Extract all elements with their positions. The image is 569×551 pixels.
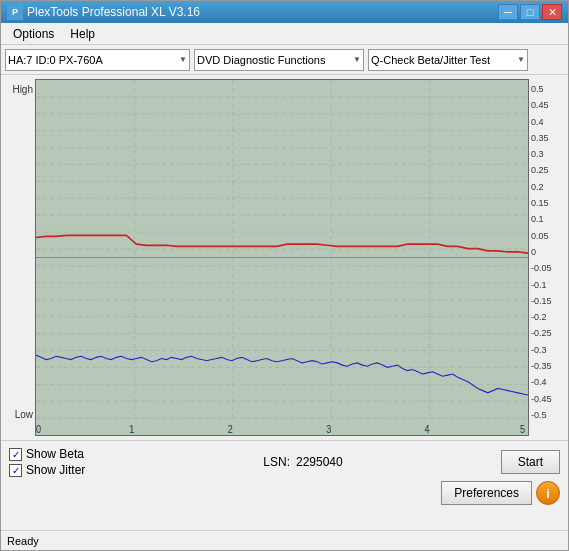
status-text: Ready <box>7 535 39 547</box>
y-axis-left: High Low <box>5 79 35 436</box>
show-jitter-checkbox[interactable]: ✓ <box>9 464 22 477</box>
info-button[interactable]: i <box>536 481 560 505</box>
svg-text:5: 5 <box>520 423 525 435</box>
maximize-button[interactable]: □ <box>520 4 540 20</box>
show-jitter-label: Show Jitter <box>26 463 85 477</box>
close-button[interactable]: ✕ <box>542 4 562 20</box>
function-dropdown[interactable]: DVD Diagnostic Functions ▼ <box>194 49 364 71</box>
function-dropdown-arrow: ▼ <box>353 55 361 64</box>
preferences-button[interactable]: Preferences <box>441 481 532 505</box>
y-label-low: Low <box>5 409 33 420</box>
device-dropdown[interactable]: HA:7 ID:0 PX-760A ▼ <box>5 49 190 71</box>
show-beta-checkbox[interactable]: ✓ <box>9 448 22 461</box>
title-controls: ─ □ ✕ <box>498 4 562 20</box>
show-beta-row: ✓ Show Beta <box>9 447 85 461</box>
chart-area: High Low <box>1 75 568 440</box>
bottom-panel: ✓ Show Beta ✓ Show Jitter LSN: 2295040 S… <box>1 440 568 530</box>
lsn-value: 2295040 <box>296 455 343 469</box>
controls-row: ✓ Show Beta ✓ Show Jitter LSN: 2295040 S… <box>9 447 560 477</box>
svg-text:3: 3 <box>326 423 331 435</box>
app-icon: P <box>7 4 23 20</box>
window-title: PlexTools Professional XL V3.16 <box>27 5 498 19</box>
svg-text:0: 0 <box>36 423 41 435</box>
title-bar: P PlexTools Professional XL V3.16 ─ □ ✕ <box>1 1 568 23</box>
svg-text:1: 1 <box>129 423 134 435</box>
test-dropdown-arrow: ▼ <box>517 55 525 64</box>
status-bar: Ready <box>1 530 568 550</box>
show-beta-label: Show Beta <box>26 447 84 461</box>
menu-options[interactable]: Options <box>5 25 62 43</box>
checkboxes-group: ✓ Show Beta ✓ Show Jitter <box>9 447 85 477</box>
start-button[interactable]: Start <box>501 450 560 474</box>
preferences-row: Preferences i <box>9 481 560 505</box>
lsn-label: LSN: <box>263 455 290 469</box>
menu-bar: Options Help <box>1 23 568 45</box>
show-jitter-row: ✓ Show Jitter <box>9 463 85 477</box>
chart-plot: 0 1 2 3 4 5 <box>35 79 529 436</box>
svg-text:2: 2 <box>228 423 233 435</box>
toolbar: HA:7 ID:0 PX-760A ▼ DVD Diagnostic Funct… <box>1 45 568 75</box>
device-dropdown-arrow: ▼ <box>179 55 187 64</box>
minimize-button[interactable]: ─ <box>498 4 518 20</box>
chart-svg: 0 1 2 3 4 5 <box>36 80 528 435</box>
y-axis-right: 0.5 0.45 0.4 0.35 0.3 0.25 0.2 0.15 0.1 … <box>529 79 564 436</box>
lsn-area: LSN: 2295040 <box>263 455 342 469</box>
svg-text:4: 4 <box>425 423 431 435</box>
menu-help[interactable]: Help <box>62 25 103 43</box>
y-label-high: High <box>5 84 33 95</box>
test-dropdown[interactable]: Q-Check Beta/Jitter Test ▼ <box>368 49 528 71</box>
main-window: P PlexTools Professional XL V3.16 ─ □ ✕ … <box>0 0 569 551</box>
